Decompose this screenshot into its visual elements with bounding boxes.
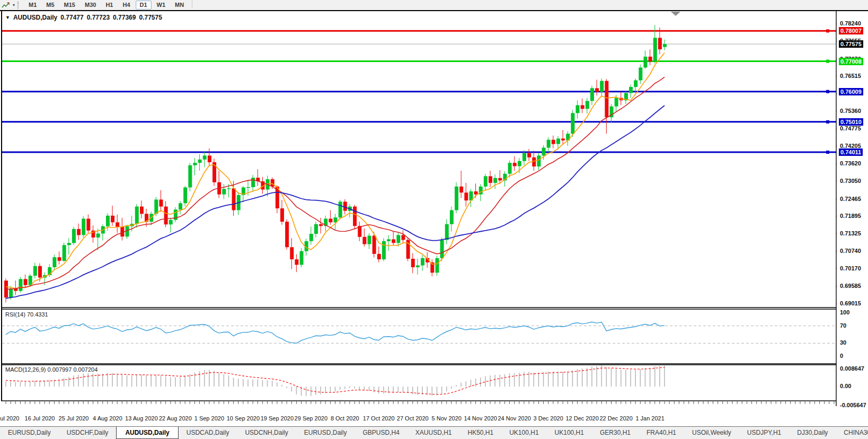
chart-tab-uk100-h1[interactable]: UK100,H1 — [501, 427, 546, 438]
candle-body — [377, 254, 381, 259]
candle-body — [658, 38, 662, 49]
candle-body — [154, 199, 158, 214]
symbol-name: AUDUSD,Daily — [13, 14, 57, 21]
candle-body — [615, 98, 618, 107]
candle-body — [183, 188, 187, 204]
ma-mid-line — [6, 77, 665, 289]
date-axis-label: 1 Sep 2020 — [194, 415, 224, 422]
candle-body — [96, 233, 100, 237]
candle-body — [445, 224, 449, 240]
ohlc-open: 0.77477 — [60, 14, 83, 21]
date-axis-label: 24 Nov 2020 — [498, 415, 530, 422]
candle-body — [595, 88, 599, 92]
date-axis-label: 22 Aug 2020 — [159, 415, 192, 422]
chart-tab-xauusd-h1[interactable]: XAUUSD,H1 — [408, 427, 460, 438]
date-axis-label: 12 Dec 2020 — [565, 415, 598, 422]
candle-body — [411, 259, 415, 267]
candle-body — [401, 235, 405, 240]
candle-body — [484, 176, 488, 186]
candles-series — [4, 25, 667, 302]
date-axis-label: 19 Sep 2020 — [261, 415, 294, 422]
chart-tab-usdcad-daily[interactable]: USDCAD,Daily — [179, 427, 237, 438]
candle-body — [353, 207, 357, 226]
level-price-tag: 0.76009 — [839, 88, 863, 95]
candle-body — [208, 155, 211, 162]
candle-body — [135, 207, 139, 224]
date-axis-label: 29 Sep 2020 — [295, 415, 327, 422]
chart-tab-audusd-daily[interactable]: AUDUSD,Daily — [116, 427, 178, 439]
symbol-dropdown-icon[interactable]: ▼ — [5, 15, 10, 20]
chart-tab-hk50-h1[interactable]: HK50,H1 — [460, 427, 502, 438]
candle-body — [164, 207, 168, 225]
candle-body — [450, 210, 454, 224]
price-tick-label: 0.75360 — [840, 108, 861, 114]
level-price-tag: 0.75010 — [839, 118, 863, 126]
ohlc-close: 0.77575 — [139, 14, 162, 21]
level-line-handle[interactable] — [826, 120, 829, 124]
candle-body — [140, 207, 144, 214]
candle-body — [489, 176, 492, 183]
level-line-handle[interactable] — [826, 90, 829, 93]
candle-body — [459, 187, 463, 192]
candle-body — [392, 239, 395, 243]
date-axis-label: 27 Oct 2020 — [397, 415, 429, 422]
level-line-handle[interactable] — [826, 151, 829, 154]
date-axis-label: 7 Jul 2020 — [0, 415, 19, 422]
macd-axis-label: 0.008647 — [840, 365, 864, 372]
chart-tab-ger30-h1[interactable]: GER30,H1 — [592, 427, 639, 438]
candle-body — [493, 178, 497, 183]
level-line-handle[interactable] — [826, 60, 829, 63]
date-axis-label: 5 Nov 2020 — [432, 415, 462, 422]
candle-body — [522, 153, 526, 161]
ma-fast-line — [6, 53, 665, 289]
candle-body — [474, 191, 478, 195]
date-axis-label: 1 Jan 2021 — [635, 415, 664, 422]
candle-body — [649, 57, 652, 62]
candle-body — [537, 155, 541, 166]
candle-body — [319, 224, 323, 226]
candle-body — [246, 187, 250, 188]
chart-tab-usdcnh-daily[interactable]: USDCNH,Daily — [237, 427, 296, 438]
chart-tab-fra40-h1[interactable]: FRA40,H1 — [639, 427, 684, 438]
candle-body — [416, 266, 420, 267]
chart-canvas — [0, 0, 868, 439]
chart-tab-usoil-weekly[interactable]: USOil,Weekly — [684, 427, 739, 438]
price-tick-label: 0.69585 — [840, 283, 861, 289]
chart-tab-usdjpy-h1[interactable]: USDJPY,H1 — [739, 427, 789, 438]
candle-body — [232, 188, 236, 210]
candle-body — [527, 153, 531, 157]
candle-body — [556, 138, 560, 144]
candle-body — [19, 279, 22, 291]
candle-body — [581, 105, 584, 109]
candle-body — [72, 229, 76, 243]
candle-body — [203, 155, 207, 159]
date-axis-label: 22 Dec 2020 — [599, 415, 632, 422]
level-line-handle[interactable] — [826, 29, 829, 32]
candle-body — [547, 140, 551, 148]
chart-tab-uk100-h1[interactable]: UK100,H1 — [547, 427, 592, 438]
chart-tab-china300-h1[interactable]: CHINA300,H1 — [836, 427, 868, 438]
price-axis: 0.782400.776550.770700.765150.759300.753… — [837, 11, 868, 406]
level-price-tag: 0.78007 — [839, 27, 863, 34]
candle-body — [290, 247, 294, 259]
candle-body — [58, 257, 61, 261]
candle-body — [387, 239, 391, 241]
candle-body — [639, 67, 642, 80]
candle-body — [314, 224, 318, 234]
candle-body — [179, 203, 182, 209]
chart-tab-usdchf-daily[interactable]: USDCHF,Daily — [59, 427, 117, 438]
ohlc-high: 0.77723 — [87, 14, 110, 21]
level-price-tag: 0.77008 — [839, 58, 863, 65]
candle-body — [382, 241, 386, 259]
candle-body — [421, 258, 424, 266]
candle-body — [193, 163, 197, 165]
date-axis-label: 25 Jul 2020 — [59, 415, 89, 422]
date-axis-label: 10 Sep 2020 — [227, 415, 260, 422]
chart-tab-eurusd-daily[interactable]: EURUSD,Daily — [0, 427, 59, 438]
rsi-axis-label: 0 — [840, 353, 843, 359]
chart-tab-gbpusd-h4[interactable]: GBPUSD,H4 — [355, 427, 407, 438]
chart-tab-dj30-daily[interactable]: DJ30,Daily — [789, 427, 836, 438]
date-axis-label: 8 Oct 2020 — [331, 415, 359, 422]
shift-marker-icon[interactable] — [671, 12, 680, 16]
chart-tab-eurusd-daily[interactable]: EURUSD,Daily — [296, 427, 355, 438]
